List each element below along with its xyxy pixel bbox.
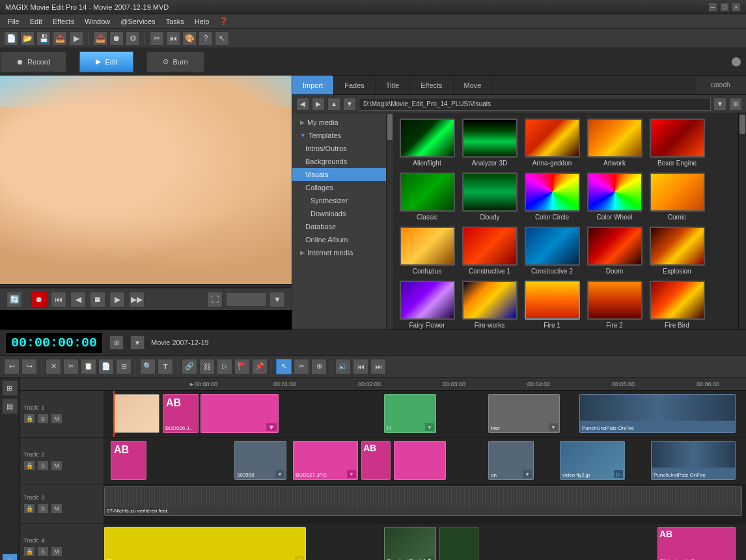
sidebar-item-downloads[interactable]: Downloads xyxy=(292,207,386,220)
link-button[interactable]: 🔗 xyxy=(182,359,197,374)
step-forward-button[interactable]: ▶▶ xyxy=(129,292,145,307)
up-button[interactable]: ▲ xyxy=(327,98,340,111)
clip-pink-1[interactable]: ▼ xyxy=(200,394,279,433)
sidebar-item-synthesizer[interactable]: Synthesizer xyxy=(292,194,386,207)
trim-button[interactable]: ✂ xyxy=(150,31,164,46)
clip-dd-titel[interactable]: ▼ xyxy=(295,556,304,560)
preview-format-selector[interactable] xyxy=(227,293,266,306)
import-button[interactable]: 📥 xyxy=(93,31,107,46)
unlink-button[interactable]: ⛓ xyxy=(199,359,215,374)
clip-audio-3[interactable]: 07-Nichts zu verlieren feat. xyxy=(104,486,742,516)
clip-ab-1[interactable]: AB BUD026.JPG xyxy=(163,394,199,433)
sidebar-item-templates[interactable]: ▼ Templates xyxy=(292,129,386,142)
dropdown-button[interactable]: ▼ xyxy=(343,98,356,111)
sidebar-item-onlinealbum[interactable]: Online Album xyxy=(292,233,386,246)
export-button[interactable]: 📤 xyxy=(53,31,67,46)
track-solo-3[interactable]: S xyxy=(37,503,49,514)
grid-item-doom[interactable]: Doom xyxy=(586,227,643,275)
menu-window[interactable]: Window xyxy=(79,16,115,27)
grid-item-firebird[interactable]: Fire Bird xyxy=(648,281,706,329)
stop-button[interactable]: ⏹ xyxy=(90,292,105,307)
snap-button[interactable]: ⊕ xyxy=(311,359,327,374)
fullscreen-button[interactable]: ⛶ xyxy=(207,292,223,307)
tab-move[interactable]: Move xyxy=(454,76,493,94)
clip-dd-fi[interactable]: ▼ xyxy=(425,423,434,431)
tab-import[interactable]: Import xyxy=(292,76,334,94)
track-mute-1[interactable]: M xyxy=(51,413,62,424)
menu-effects[interactable]: Effects xyxy=(48,16,79,27)
vol-down-button[interactable]: 🔉 xyxy=(335,359,351,374)
step-back-button[interactable]: ◀ xyxy=(70,292,86,307)
clip-dd-bud027[interactable]: ▼ xyxy=(347,470,356,478)
grid-item-confuzius[interactable]: Confuzius xyxy=(398,227,456,275)
menu-services[interactable]: @Services xyxy=(115,16,160,27)
grid-item-comic[interactable]: Comic xyxy=(648,173,706,221)
menu-help[interactable]: Help xyxy=(189,16,215,27)
clip-pink-2[interactable] xyxy=(394,441,446,480)
grid-item-cloudy[interactable]: Cloudy xyxy=(461,173,518,221)
grid-item-fireworks[interactable]: Fire-works xyxy=(461,281,518,329)
clip-ab-2[interactable]: AB xyxy=(111,441,146,480)
settings-button[interactable]: ⚙ xyxy=(126,31,140,46)
cursor-button[interactable]: ↖ xyxy=(215,31,229,46)
clip-punch-2[interactable]: PunchUndPatz OnFire xyxy=(651,441,736,480)
timeline-view-button[interactable]: ☰ xyxy=(2,553,18,560)
menu-file[interactable]: File xyxy=(3,16,25,27)
record-mode-button[interactable]: ⏺ Record xyxy=(0,51,66,72)
cut-button[interactable]: ✂ xyxy=(63,359,79,374)
clip-bud027-2[interactable]: BUD027.JPG ▼ xyxy=(293,441,358,480)
copy-button[interactable]: 📋 xyxy=(81,359,96,374)
edit-mode-button[interactable]: ▶ Edit xyxy=(79,51,133,72)
text-button[interactable]: T xyxy=(158,359,173,374)
clip-ab2-2[interactable]: AB xyxy=(361,441,391,480)
track-mute-4[interactable]: M xyxy=(51,546,62,557)
select-tool-button[interactable]: ↖ xyxy=(276,359,292,374)
track-content-4[interactable]: Titel ▼ Cloudy.vi Black Box ▼ AB Bildunt… xyxy=(104,524,746,560)
grid-item-classic[interactable]: Classic xyxy=(398,173,456,221)
timeline-button[interactable]: ▤ xyxy=(2,399,18,414)
sidebar-item-collages[interactable]: Collages xyxy=(292,181,386,194)
clip-on-2[interactable]: on ▼ xyxy=(488,441,534,480)
path-dropdown-button[interactable]: ▼ xyxy=(713,98,726,111)
track-content-2[interactable]: AB 303558 ▼ BUD027.JPG ▼ AB o xyxy=(104,438,746,484)
undo-button[interactable]: ↩ xyxy=(4,359,20,374)
group-button[interactable]: ⊞ xyxy=(116,359,131,374)
track-content-3[interactable]: 07-Nichts zu verlieren feat. xyxy=(104,484,746,523)
record-button[interactable]: ⏺ xyxy=(109,31,124,46)
sidebar-item-intros[interactable]: Intros/Outros xyxy=(292,142,386,155)
track-mute-3[interactable]: M xyxy=(51,503,62,514)
grid-item-colorwheel[interactable]: Color Wheel xyxy=(586,173,643,221)
zoom-out-button[interactable]: 🔍 xyxy=(140,359,156,374)
sidebar-item-mymedia[interactable]: ▶ My media xyxy=(292,116,386,129)
paste-button[interactable]: 📄 xyxy=(98,359,114,374)
menu-edit[interactable]: Edit xyxy=(25,16,48,27)
track-lock-1[interactable]: 🔒 xyxy=(23,413,35,424)
menu-tasks[interactable]: Tasks xyxy=(161,16,189,27)
tab-effects[interactable]: Effects xyxy=(410,76,453,94)
grid-item-colorcircle[interactable]: Color Circle xyxy=(523,173,581,221)
clip-dd-on[interactable]: ▼ xyxy=(523,470,532,478)
close-button[interactable]: × xyxy=(732,3,741,12)
redo-button[interactable]: ↪ xyxy=(21,359,37,374)
grid-item-fairyflower[interactable]: Fairy Flower xyxy=(398,281,456,329)
minimize-button[interactable]: ─ xyxy=(708,3,717,12)
storyboard-button[interactable]: ⊞ xyxy=(2,380,18,396)
record-ctrl-button[interactable]: ⏺ xyxy=(31,292,47,307)
skip-prev-button[interactable]: ⏮ xyxy=(353,359,368,374)
grid-item-armageddon[interactable]: Arma-geddon xyxy=(523,119,581,167)
grid-item-fire2[interactable]: Fire 2 xyxy=(586,281,643,329)
loop-button[interactable]: 🔄 xyxy=(7,292,22,307)
sidebar-item-visuals[interactable]: Visuals xyxy=(292,168,386,181)
grid-item-alienflight[interactable]: Alienflight xyxy=(398,119,456,167)
delete-button[interactable]: ✕ xyxy=(46,359,61,374)
clip-blackbox-4[interactable] xyxy=(439,527,478,560)
back-button[interactable]: ◀ xyxy=(296,98,309,111)
clip-trier-1[interactable]: trier ▼ xyxy=(488,394,560,433)
track-content-1[interactable]: AB BUD026.JPG ▼ Fl ▼ trier ▼ xyxy=(104,391,746,437)
skip-to-start-button[interactable]: ⏮ xyxy=(51,292,66,307)
sidebar-item-backgrounds[interactable]: Backgrounds xyxy=(292,155,386,168)
new-button[interactable]: 📄 xyxy=(4,31,18,46)
clip-cloudy-4[interactable]: Cloudy.vi Black Box ▼ xyxy=(384,527,436,560)
razor-tool-button[interactable]: ✂ xyxy=(294,359,309,374)
grid-item-boxer[interactable]: Boxer Engine xyxy=(648,119,706,167)
